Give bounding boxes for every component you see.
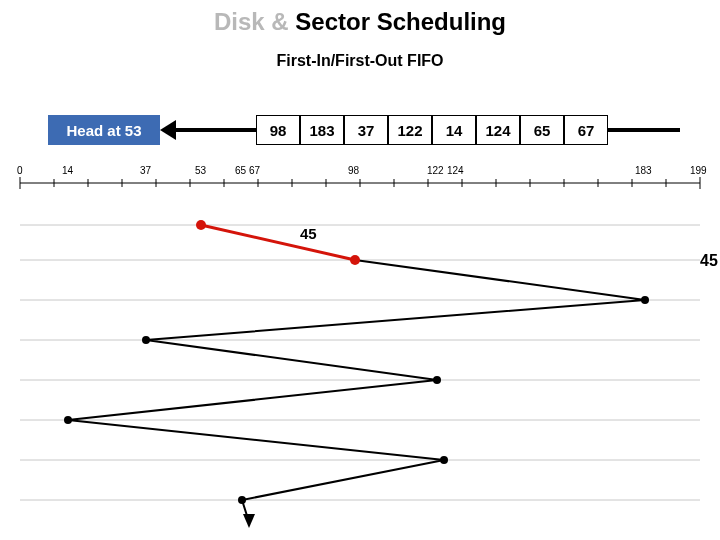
first-move-distance: 45 (300, 225, 317, 242)
axis-label: 183 (635, 165, 652, 176)
axis-label: 67 (249, 165, 260, 176)
axis-label: 37 (140, 165, 151, 176)
axis-label: 0 (17, 165, 23, 176)
total-distance-label: 45 (700, 252, 718, 270)
svg-point-37 (64, 416, 72, 424)
axis-label: 65 (235, 165, 246, 176)
svg-point-38 (440, 456, 448, 464)
svg-point-39 (238, 496, 246, 504)
axis-label: 199 (690, 165, 707, 176)
axis-label: 98 (348, 165, 359, 176)
diagram-stage: Disk & Sector Scheduling First-In/First-… (0, 0, 720, 540)
svg-point-34 (641, 296, 649, 304)
svg-line-30 (201, 225, 355, 260)
svg-point-33 (350, 255, 360, 265)
axis-label: 53 (195, 165, 206, 176)
svg-point-35 (142, 336, 150, 344)
svg-point-32 (196, 220, 206, 230)
axis-label: 124 (447, 165, 464, 176)
axis-label: 14 (62, 165, 73, 176)
schedule-plot (0, 0, 720, 540)
axis-label: 122 (427, 165, 444, 176)
svg-point-36 (433, 376, 441, 384)
svg-marker-31 (243, 514, 255, 528)
